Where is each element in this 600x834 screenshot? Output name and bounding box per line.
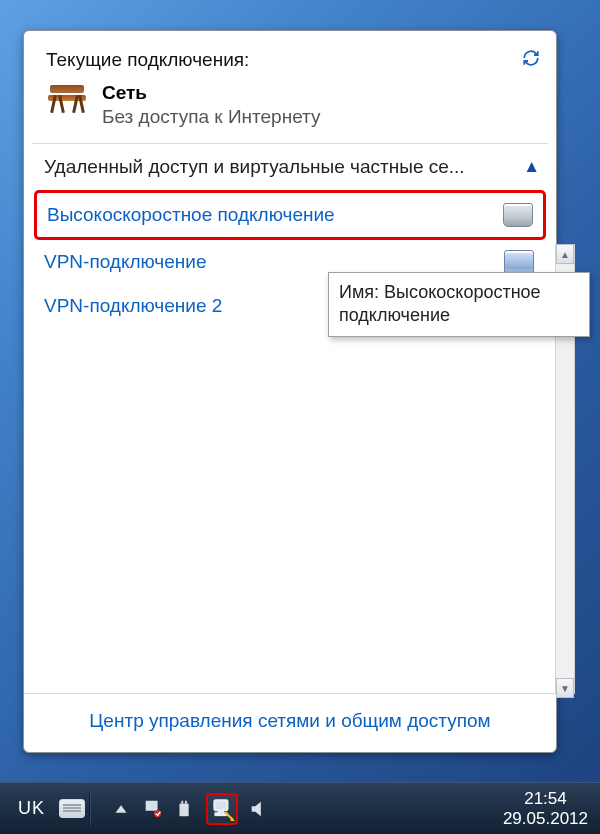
taskbar-left: UK	[0, 798, 85, 819]
section-header-label: Удаленный доступ и виртуальные частные с…	[44, 156, 465, 178]
tooltip-line: Имя: Высокоскоростное	[339, 281, 579, 304]
language-indicator[interactable]: UK	[18, 798, 45, 819]
refresh-icon[interactable]	[522, 49, 540, 67]
svg-rect-3	[185, 800, 187, 803]
connection-label: VPN-подключение	[44, 251, 207, 273]
tray-chevron-up-icon[interactable]	[110, 798, 132, 820]
svg-rect-2	[181, 800, 183, 803]
section-header-dialup-vpn[interactable]: Удаленный доступ и виртуальные частные с…	[24, 144, 556, 190]
tooltip-line: подключение	[339, 304, 579, 327]
keyboard-icon[interactable]	[59, 799, 85, 818]
scroll-down-button[interactable]: ▼	[556, 678, 574, 698]
volume-icon[interactable]	[248, 798, 270, 820]
network-center-link[interactable]: Центр управления сетями и общим доступом	[89, 710, 490, 731]
connection-label: VPN-подключение 2	[44, 295, 222, 317]
current-network-text: Сеть Без доступа к Интернету	[102, 81, 321, 129]
flyout-title: Текущие подключения:	[46, 49, 249, 71]
scroll-up-button[interactable]: ▲	[556, 244, 574, 264]
clock-date: 29.05.2012	[503, 809, 588, 829]
tooltip: Имя: Высокоскоростное подключение	[328, 272, 590, 337]
connection-label: Высокоскоростное подключение	[47, 204, 335, 226]
server-icon	[504, 250, 534, 274]
svg-rect-4	[214, 800, 227, 810]
taskbar: UK 21:54 29.05.2012	[0, 782, 600, 834]
connection-list: Высокоскоростное подключение VPN-подключ…	[24, 190, 556, 694]
system-tray	[100, 793, 280, 825]
modem-icon	[503, 203, 533, 227]
svg-rect-6	[216, 813, 227, 815]
network-status: Без доступа к Интернету	[102, 105, 321, 129]
network-flyout: Текущие подключения: Сеть Без доступа к …	[23, 30, 557, 753]
clock-time: 21:54	[503, 789, 588, 809]
flyout-header: Текущие подключения:	[24, 31, 556, 77]
svg-rect-1	[180, 803, 189, 816]
chevron-up-icon: ▲	[523, 157, 540, 177]
connection-item-broadband[interactable]: Высокоскоростное подключение	[34, 190, 546, 240]
current-network-row[interactable]: Сеть Без доступа к Интернету	[24, 77, 556, 143]
power-icon[interactable]	[174, 798, 196, 820]
taskbar-clock[interactable]: 21:54 29.05.2012	[503, 789, 600, 828]
action-center-icon[interactable]	[142, 798, 164, 820]
network-tray-icon[interactable]	[206, 793, 238, 825]
flyout-footer: Центр управления сетями и общим доступом	[24, 693, 556, 752]
network-name: Сеть	[102, 81, 321, 105]
tray-separator	[89, 792, 90, 826]
bench-icon	[46, 81, 88, 113]
